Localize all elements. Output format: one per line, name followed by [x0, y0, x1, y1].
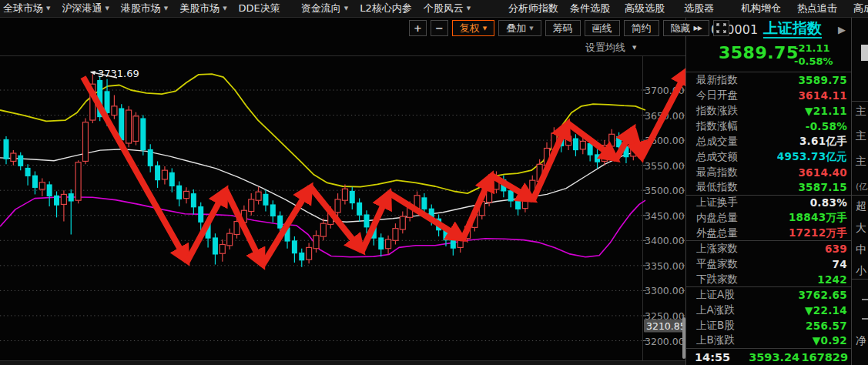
- row-value: 4953.73亿元: [777, 150, 847, 164]
- toolbar-button-label: 复权: [460, 22, 480, 35]
- last-price: 3589.75: [719, 43, 799, 62]
- row-label: 内盘总量: [696, 211, 738, 225]
- toolbar-button-label: 叠加: [506, 22, 526, 35]
- menu-item-高级选股[interactable]: 高级选股: [625, 2, 665, 15]
- menu-item-高成长性[interactable]: 高成长性: [853, 2, 868, 15]
- menu-item-沪深港通[interactable]: 沪深港通▼: [62, 2, 109, 15]
- total-volume: 167829: [801, 351, 848, 363]
- quote-row-今日开盘: 今日开盘3614.11: [686, 88, 851, 103]
- row-value: ▼22.14: [805, 304, 847, 316]
- menu-item-条件选股[interactable]: 条件选股: [570, 2, 610, 15]
- menu-item-L2核心内参[interactable]: L2核心内参: [360, 2, 412, 15]
- partial-label: 小: [856, 264, 866, 278]
- menu-item-label: L2核心内参: [360, 2, 412, 15]
- y-axis-tick: 3300.00: [645, 285, 681, 296]
- toolbar-button-label: 筹码: [553, 22, 573, 35]
- quote-row-最高指数: 最高指数3614.40: [686, 165, 851, 180]
- row-label: 最新指数: [696, 73, 738, 87]
- chevron-down-icon: ▼: [223, 6, 226, 12]
- quote-row-上A涨跌: 上A涨跌▼22.14: [686, 303, 851, 318]
- stock-app-window: 全球市场▼沪深港通▼港股市场▼美股市场▼DDE决策资金流向▼L2核心内参个股风云…: [0, 0, 868, 365]
- partial-label: (亿: [856, 181, 867, 193]
- zoom-out-button[interactable]: −: [431, 20, 448, 36]
- menu-item-label: 港股市场: [121, 2, 161, 15]
- placeholder-dash: [862, 318, 868, 320]
- y-axis-tick: 3500.00: [645, 185, 681, 196]
- ma-settings-button[interactable]: 设置均线 ▼: [585, 41, 636, 55]
- menu-bar: 全球市场▼沪深港通▼港股市场▼美股市场▼DDE决策资金流向▼L2核心内参个股风云…: [0, 0, 868, 18]
- quote-detail-table: 最新指数3589.75今日开盘3614.11指数涨跌▼21.11指数涨幅-0.5…: [686, 72, 851, 349]
- partial-label: 净: [856, 334, 866, 348]
- menu-item-分析师指数[interactable]: 分析师指数: [508, 2, 558, 15]
- toolbar-button-筹码[interactable]: 筹码: [545, 20, 581, 36]
- quote-row-外盘总量: 外盘总量17212万手: [686, 226, 851, 241]
- y-axis-tick: 3200.00: [645, 335, 681, 347]
- row-value: 74: [833, 258, 847, 270]
- toolbar-button-简约[interactable]: 简约: [624, 20, 659, 36]
- quote-row-上涨家数: 上涨家数639: [686, 241, 851, 256]
- placeholder-dash: [862, 299, 868, 300]
- change-percent: -0.58%: [794, 55, 833, 67]
- menu-item-热点追击[interactable]: 热点追击: [797, 2, 837, 15]
- y-axis-tick: 3650.00: [645, 109, 681, 121]
- menu-item-美股市场[interactable]: 美股市场▼: [179, 2, 226, 15]
- row-unit: 万手: [826, 211, 847, 223]
- row-label: 今日开盘: [696, 89, 738, 102]
- quote-row-最新指数: 最新指数3589.75: [686, 72, 851, 88]
- row-value: 256.57: [806, 320, 847, 332]
- menu-item-label: 全球市场: [3, 2, 43, 15]
- partial-panel-strip: 主主主(亿超大中小净: [851, 18, 868, 365]
- partial-label: 主: [856, 105, 866, 119]
- chevron-down-icon: ▼: [105, 6, 109, 12]
- menu-item-label: 热点追击: [797, 2, 837, 15]
- menu-item-label: 机构增仓: [741, 2, 781, 15]
- toolbar-button-label: 画线: [592, 22, 612, 35]
- row-value: -0.58%: [806, 120, 847, 132]
- toolbar-button-label: 隐藏: [671, 22, 691, 35]
- toolbar-button-画线[interactable]: 画线: [585, 20, 620, 36]
- chevron-down-icon: ▼: [632, 45, 636, 51]
- zoom-in-button[interactable]: +: [409, 20, 427, 36]
- row-value: 3614.11: [798, 89, 847, 102]
- ma-settings-label: 设置均线: [585, 41, 625, 55]
- toolbar-button-隐藏[interactable]: 隐藏▶▶: [663, 20, 709, 36]
- row-value: 3614.40: [798, 166, 847, 179]
- menu-item-个股风云[interactable]: 个股风云▼: [424, 2, 471, 15]
- menu-item-DDE决策[interactable]: DDE决策: [239, 2, 280, 15]
- y-axis-tick: 3350.00: [645, 260, 681, 271]
- menu-item-机构增仓[interactable]: 机构增仓: [741, 2, 781, 15]
- row-unit: 亿手: [826, 135, 847, 147]
- quote-row-最低指数: 最低指数3587.15: [686, 180, 851, 196]
- y-axis-tick: 3400.00: [645, 235, 681, 246]
- quote-row-上B涨跌: 上B涨跌▼0.92: [686, 333, 851, 349]
- menu-item-港股市场[interactable]: 港股市场▼: [121, 2, 168, 15]
- quote-row-下跌家数: 下跌家数1242: [686, 272, 851, 287]
- row-value: 3.61亿手: [799, 135, 847, 149]
- toolbar-button-label: 简约: [632, 22, 652, 35]
- quote-time: 14:55: [695, 351, 730, 363]
- y-axis-tick: 3600.00: [645, 135, 681, 146]
- partial-button[interactable]: [861, 45, 868, 61]
- row-label: 上证B股: [696, 319, 735, 333]
- chevron-down-icon: ▼: [483, 22, 487, 35]
- toolbar-button-复权[interactable]: 复权▼: [452, 20, 494, 36]
- quote-footer: 14:55 3593.24 167829: [686, 348, 851, 365]
- menu-item-资金流向[interactable]: 资金流向▼: [301, 2, 348, 15]
- row-label: 平盘家数: [696, 257, 738, 271]
- menu-item-选股器[interactable]: 选股器: [684, 2, 714, 15]
- fullscreen-expand-button[interactable]: [713, 20, 729, 36]
- row-label: 上证A股: [696, 288, 735, 302]
- expand-arrows-icon: [716, 23, 726, 33]
- chevron-down-icon: ▼: [46, 6, 50, 12]
- row-label: 指数涨跌: [696, 104, 738, 118]
- stock-name[interactable]: 上证指数: [763, 20, 822, 39]
- next-stock-button[interactable]: ▶: [836, 24, 848, 35]
- row-label: 外盘总量: [696, 226, 738, 240]
- menu-item-全球市场[interactable]: 全球市场▼: [3, 2, 50, 15]
- partial-label: 主: [856, 155, 866, 169]
- row-value: ▼21.11: [805, 105, 847, 117]
- quote-row-上证B股: 上证B股256.57: [686, 318, 851, 333]
- row-label: 最低指数: [696, 180, 738, 194]
- quote-row-指数涨幅: 指数涨幅-0.58%: [686, 119, 851, 134]
- toolbar-button-叠加[interactable]: 叠加▼: [498, 20, 541, 36]
